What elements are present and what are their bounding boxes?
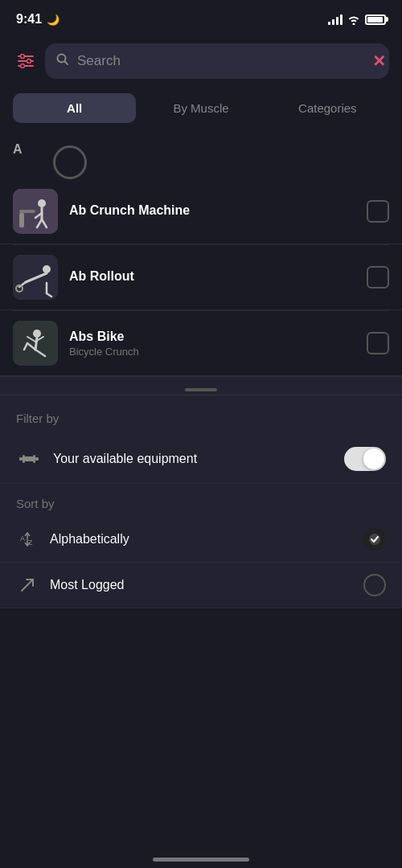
svg-rect-33 xyxy=(25,457,33,461)
exercise-checkbox[interactable] xyxy=(367,266,389,289)
most-logged-check xyxy=(363,574,386,596)
svg-rect-34 xyxy=(33,455,35,463)
tab-all[interactable]: All xyxy=(13,93,136,123)
exercise-item[interactable]: Ab Rollout xyxy=(0,245,402,310)
alphabetically-check xyxy=(363,528,386,551)
home-indicator xyxy=(153,858,249,862)
abs-bike-illustration xyxy=(13,321,58,366)
svg-text:Z: Z xyxy=(28,538,33,547)
svg-rect-31 xyxy=(19,457,23,461)
exercise-subtitle: Bicycle Crunch xyxy=(69,346,355,358)
exercise-thumbnail xyxy=(13,255,58,300)
section-letter-a: A xyxy=(13,139,37,160)
svg-rect-35 xyxy=(35,457,39,461)
crunch-machine-illustration xyxy=(13,189,58,234)
filter-by-label: Filter by xyxy=(0,405,402,435)
status-icons xyxy=(328,14,386,25)
svg-line-40 xyxy=(22,579,33,591)
equipment-icon xyxy=(16,446,42,472)
status-time: 9:41 xyxy=(16,12,42,27)
most-logged-label: Most Logged xyxy=(50,578,352,592)
tab-by-muscle[interactable]: By Muscle xyxy=(139,93,262,123)
exercise-info: Abs Bike Bicycle Crunch xyxy=(69,330,355,358)
exercise-info: Ab Crunch Machine xyxy=(69,203,355,219)
equipment-toggle[interactable] xyxy=(344,447,386,471)
exercise-name: Ab Crunch Machine xyxy=(69,203,355,218)
signal-icon xyxy=(328,14,343,25)
search-bar[interactable]: Search xyxy=(45,43,389,79)
exercise-info: Ab Rollout xyxy=(69,269,355,285)
status-bar: 9:41 🌙 xyxy=(0,0,402,35)
battery-icon xyxy=(365,14,386,25)
alphabetically-icon: A Z xyxy=(16,528,39,551)
moon-icon: 🌙 xyxy=(47,14,59,26)
tab-bar: All By Muscle Categories xyxy=(0,87,402,129)
sort-alphabetically-row[interactable]: A Z Alphabetically xyxy=(0,517,402,563)
exercise-name: Ab Rollout xyxy=(69,269,355,284)
rollout-illustration xyxy=(13,255,58,300)
tab-categories[interactable]: Categories xyxy=(266,93,389,123)
svg-point-3 xyxy=(21,55,25,59)
sort-by-label: Sort by xyxy=(0,484,402,517)
equipment-label: Your available equipment xyxy=(53,452,333,466)
filter-button[interactable] xyxy=(13,48,39,74)
selection-circle[interactable] xyxy=(53,145,87,179)
svg-rect-9 xyxy=(19,213,24,227)
svg-point-5 xyxy=(21,64,25,68)
svg-rect-32 xyxy=(23,455,25,463)
clear-search-button[interactable]: ✕ xyxy=(372,51,386,71)
svg-rect-10 xyxy=(19,210,35,213)
most-logged-icon xyxy=(16,574,39,596)
exercise-checkbox[interactable] xyxy=(367,332,389,354)
search-row: Search ✕ xyxy=(0,35,402,87)
exercise-thumbnail xyxy=(13,321,58,366)
svg-line-25 xyxy=(35,338,37,350)
filter-panel: Filter by Your available equipment Sort … xyxy=(0,395,402,608)
exercise-checkbox[interactable] xyxy=(367,200,389,223)
svg-point-17 xyxy=(43,265,51,273)
exercise-item[interactable]: Ab Crunch Machine xyxy=(0,179,402,244)
svg-text:A: A xyxy=(20,534,25,542)
drag-handle[interactable] xyxy=(185,388,217,391)
svg-line-7 xyxy=(65,62,68,65)
toggle-knob xyxy=(363,448,384,469)
svg-point-4 xyxy=(27,59,31,63)
sort-most-logged-row[interactable]: Most Logged xyxy=(0,563,402,608)
wifi-icon xyxy=(347,14,360,25)
exercise-name: Abs Bike xyxy=(69,330,355,344)
search-icon xyxy=(56,53,69,69)
exercise-list: Ab Crunch Machine Ab Rollout xyxy=(0,179,402,376)
search-placeholder-text: Search xyxy=(77,53,354,69)
equipment-filter-row: Your available equipment xyxy=(0,435,402,484)
alphabetically-label: Alphabetically xyxy=(50,532,352,547)
exercise-item[interactable]: Abs Bike Bicycle Crunch xyxy=(0,311,402,376)
exercise-thumbnail xyxy=(13,189,58,234)
